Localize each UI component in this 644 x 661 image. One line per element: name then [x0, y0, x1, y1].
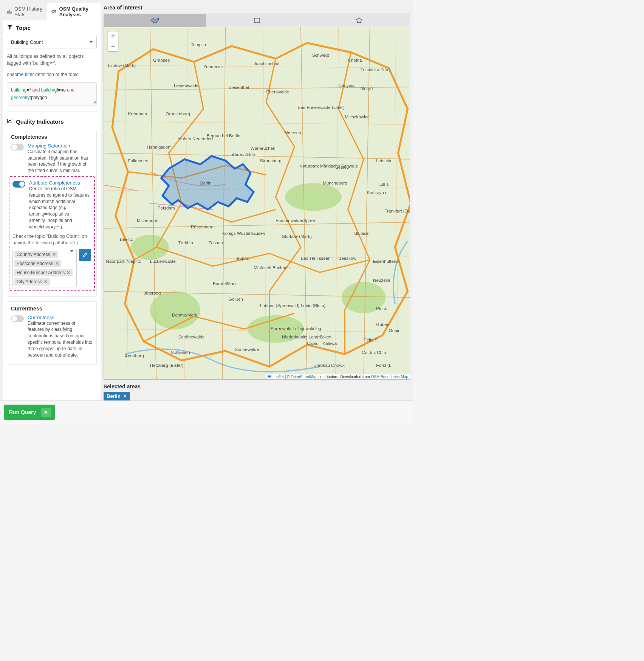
indicator-desc: Calculate if mapping has saturated. High… — [28, 149, 93, 174]
attribute-select[interactable]: Country Address✕ Postcode Address✕ House… — [12, 249, 77, 287]
svg-point-7 — [254, 22, 255, 23]
main: OSM History Stats OSM Quality Analyses T… — [0, 0, 413, 400]
map-canvas: Berlin Potsdam Templin Gransee Zehdenick… — [104, 27, 410, 379]
tab-label: OSM Quality Analyses — [59, 6, 97, 17]
completeness-title: Completeness — [11, 134, 93, 140]
currentness-indicator: Currentness Estimate currentness of feat… — [11, 315, 93, 358]
leaflet-link[interactable]: Leaflet — [272, 375, 284, 379]
indicator-title[interactable]: Attribute Completeness — [29, 180, 91, 186]
map-attribution: Leaflet | © OpenStreetMap contributors, … — [266, 374, 410, 379]
chip-remove-icon[interactable]: ✕ — [44, 279, 48, 284]
map-mode-region[interactable] — [104, 14, 206, 27]
area-remove-icon[interactable]: ✕ — [123, 393, 127, 399]
attribute-completeness-toggle[interactable] — [12, 181, 25, 188]
svg-point-10 — [361, 19, 361, 20]
svg-text:Lei s: Lei s — [379, 182, 389, 186]
chevron-down-icon[interactable] — [70, 251, 75, 258]
svg-text:Calau - Kalawa: Calau - Kalawa — [307, 341, 337, 346]
svg-point-8 — [259, 22, 260, 23]
tab-quality[interactable]: OSM Quality Analyses — [47, 3, 101, 20]
svg-text:Storkow (Mark): Storkow (Mark) — [282, 234, 312, 239]
currentness-panel: Currentness Currentness Estimate current… — [7, 301, 97, 365]
tab-history[interactable]: OSM History Stats — [3, 3, 47, 20]
indicator-desc: Derive the ratio of OSM features compare… — [29, 186, 91, 230]
indicator-body: Mapping Saturation Calculate if mapping … — [28, 143, 93, 174]
sidebar-body: Topic Building Count All buildings as de… — [3, 20, 101, 400]
svg-text:Hohen Neuendorf: Hohen Neuendorf — [178, 136, 214, 141]
svg-text:Teupitz: Teupitz — [235, 256, 249, 261]
filter-code[interactable]: building=* and building!=no andgeometry:… — [7, 82, 97, 105]
sidebar: OSM History Stats OSM Quality Analyses T… — [3, 3, 101, 400]
map-mode-rectangle[interactable] — [206, 14, 308, 27]
svg-point-16 — [150, 291, 200, 329]
footer: Run Query — [0, 400, 413, 424]
boundaries-link[interactable]: OSM Boundaries Map — [371, 375, 408, 379]
svg-text:Gransee: Gransee — [153, 57, 170, 62]
map[interactable]: Berlin Potsdam Templin Gransee Zehdenick… — [104, 27, 410, 380]
svg-text:Mieszkowice: Mieszkowice — [345, 114, 370, 119]
quality-title: Quality Indicators — [7, 118, 97, 125]
svg-text:Beelitz: Beelitz — [120, 237, 133, 242]
rectangle-icon — [254, 17, 260, 24]
polygon-icon — [356, 17, 362, 24]
svg-text:Lindow (Mark): Lindow (Mark) — [108, 63, 136, 68]
svg-text:Berlin: Berlin — [200, 180, 212, 185]
svg-text:Königs Wusterhausen: Königs Wusterhausen — [222, 231, 265, 236]
resize-handle-icon[interactable]: ◢ — [93, 99, 96, 105]
chip-remove-icon[interactable]: ✕ — [55, 261, 59, 266]
indicator-title[interactable]: Currentness — [28, 315, 93, 320]
svg-rect-92 — [268, 377, 271, 379]
divider — [7, 112, 97, 112]
mapping-saturation-toggle[interactable] — [11, 144, 24, 151]
svg-point-12 — [357, 22, 358, 23]
svg-point-13 — [356, 19, 357, 20]
svg-text:Strausberg: Strausberg — [260, 158, 282, 163]
svg-text:Wriezen: Wriezen — [285, 130, 301, 135]
svg-text:Eisenhüttenst: Eisenhüttenst — [373, 259, 400, 264]
svg-text:Baruth/Mark: Baruth/Mark — [213, 281, 237, 286]
svg-text:Spreewald Lužnjowski lug: Spreewald Lužnjowski lug — [271, 326, 321, 331]
selected-areas-list: Berlin ✕ — [104, 392, 410, 400]
svg-text:Guben: Guben — [376, 322, 389, 327]
svg-text:Beeskow: Beeskow — [339, 256, 357, 261]
currentness-toggle[interactable] — [11, 315, 24, 322]
zoom-in-button[interactable]: + — [108, 31, 118, 41]
svg-text:Herzberg (Elster): Herzberg (Elster) — [150, 363, 184, 368]
ukraine-flag-icon — [268, 375, 272, 379]
svg-text:Cottb s Ch ó: Cottb s Ch ó — [362, 350, 386, 355]
svg-text:Bad He i sseen: Bad He i sseen — [301, 256, 331, 261]
map-mode-polygon[interactable] — [308, 14, 410, 27]
svg-text:Zossen: Zossen — [208, 240, 223, 245]
chevron-down-icon — [90, 41, 93, 43]
svg-rect-91 — [268, 375, 271, 377]
chip-remove-icon[interactable]: ✕ — [67, 270, 70, 275]
edit-attributes-button[interactable] — [79, 249, 91, 261]
svg-text:Moryń: Moryń — [361, 86, 373, 91]
zoom-out-button[interactable]: − — [108, 41, 118, 51]
osm-link[interactable]: OpenStreetMap — [291, 375, 317, 379]
svg-point-6 — [259, 18, 260, 19]
svg-text:Kostrzyn nr: Kostrzyn nr — [367, 190, 389, 195]
chip-remove-icon[interactable]: ✕ — [52, 252, 56, 257]
svg-text:Naturpark Nieplitz: Naturpark Nieplitz — [106, 259, 141, 264]
svg-text:Cedynia: Cedynia — [339, 83, 355, 88]
currentness-title: Currentness — [11, 306, 93, 312]
indicator-body: Attribute Completeness Derive the ratio … — [29, 180, 91, 230]
attribute-chip: City Address✕ — [14, 278, 50, 286]
ohsome-filter-link[interactable]: ohsome filter — [7, 72, 34, 77]
filter-def-line: ohsome filter definition of the topic: — [7, 71, 97, 78]
zoom-control: + − — [108, 31, 118, 51]
svg-text:Luckenwalde: Luckenwalde — [150, 259, 176, 264]
run-query-button[interactable]: Run Query — [4, 405, 55, 420]
svg-text:Seelow: Seelow — [335, 164, 350, 169]
svg-text:Rüstenberg: Rüstenberg — [191, 224, 214, 229]
topic-title: Topic — [7, 24, 97, 31]
svg-text:Schlieben: Schlieben — [171, 350, 190, 355]
svg-text:Hennigsdorf: Hennigsdorf — [147, 144, 171, 149]
topic-select[interactable]: Building Count — [7, 36, 97, 48]
run-label: Run Query — [9, 409, 36, 415]
svg-text:Chojna: Chojna — [348, 57, 362, 62]
tabs: OSM History Stats OSM Quality Analyses — [3, 3, 101, 20]
indicator-title[interactable]: Mapping Saturation — [28, 143, 93, 149]
svg-text:Bad Freienwalde (Oder): Bad Freienwalde (Oder) — [298, 105, 345, 110]
